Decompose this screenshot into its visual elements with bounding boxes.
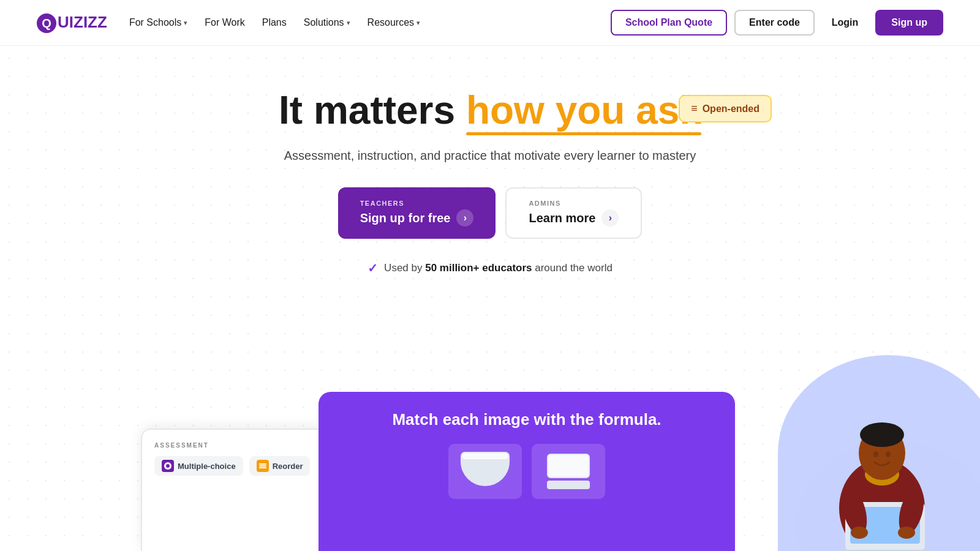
list-icon: ≡ [691,102,698,115]
chevron-down-icon: ▾ [184,19,187,27]
teachers-cta-label: TEACHERS [360,200,474,207]
bottom-section: ASSESSMENT Multiple-choice [0,343,980,551]
nav-link-resources[interactable]: Resources ▾ [368,17,420,28]
svg-rect-2 [259,463,266,465]
navigation: QUIZIZZ For Schools ▾ For Work Plans [0,0,980,46]
nav-item-work[interactable]: For Work [205,17,244,28]
checkmark-icon: ✓ [368,261,378,276]
social-proof-bold: 50 million+ educators [425,262,532,274]
hero-subtitle: Assessment, instruction, and practice th… [0,149,980,163]
quiz-image-1 [448,444,522,499]
login-button[interactable]: Login [822,11,869,34]
teachers-cta-button[interactable]: TEACHERS Sign up for free › [338,187,496,239]
nav-label-solutions: Solutions [304,17,344,28]
chevron-down-icon-solutions: ▾ [347,19,350,27]
svg-rect-3 [259,465,266,467]
social-proof-suffix: around the world [532,262,612,274]
nav-label-work: For Work [205,17,244,28]
quiz-images [343,444,710,499]
social-proof-text: Used by 50 million+ educators around the… [384,262,612,274]
hero-title-part1: It matters [279,88,466,132]
social-proof-prefix: Used by [384,262,425,274]
nav-label-resources: Resources [368,17,414,28]
signup-button[interactable]: Sign up [875,10,943,36]
reorder-icon [257,460,269,472]
logo-icon: Q [37,13,56,33]
chevron-down-icon-resources: ▾ [417,19,420,27]
hero-section: It matters how you ask Assessment, instr… [0,46,980,276]
tag-mc-label: Multiple-choice [178,462,236,471]
person-illustration [760,355,980,551]
enter-code-button[interactable]: Enter code [734,10,815,36]
admins-cta-text: Learn more [529,211,595,225]
quiz-card: Match each image with the formula. [318,392,735,551]
nav-item-resources[interactable]: Resources ▾ [368,17,420,28]
svg-point-1 [166,464,170,468]
tag-reorder: Reorder [249,456,311,476]
tag-multiple-choice: Multiple-choice [154,456,243,476]
open-ended-badge: ≡ Open-ended [679,95,772,122]
svg-point-18 [898,527,915,539]
social-proof: ✓ Used by 50 million+ educators around t… [0,261,980,276]
teachers-cta-main: Sign up for free › [360,209,474,227]
nav-item-plans[interactable]: Plans [262,17,287,28]
nav-label-schools: For Schools [129,17,181,28]
nav-right: School Plan Quote Enter code Login Sign … [611,10,943,36]
nav-link-schools[interactable]: For Schools ▾ [129,17,187,28]
logo-text: QUIZIZZ [37,13,107,33]
admins-cta-label: ADMINS [529,200,619,207]
hero-title-highlight: how you ask [466,89,701,132]
admins-cta-main: Learn more › [529,209,619,227]
tag-reorder-label: Reorder [273,462,303,471]
svg-point-11 [886,451,891,457]
svg-point-9 [860,422,904,447]
logo[interactable]: QUIZIZZ [37,13,107,33]
school-plan-quote-button[interactable]: School Plan Quote [611,10,727,36]
teachers-cta-arrow-icon: › [456,209,473,227]
svg-point-10 [873,451,878,457]
quiz-card-title: Match each image with the formula. [343,410,710,429]
multiple-choice-icon [162,460,174,472]
admins-cta-button[interactable]: ADMINS Learn more › [505,187,642,239]
svg-point-17 [851,527,868,539]
teachers-cta-text: Sign up for free [360,211,451,225]
nav-label-plans: Plans [262,17,287,28]
nav-menu: For Schools ▾ For Work Plans Solutions ▾ [129,17,420,28]
quiz-image-2 [532,444,605,499]
person-area [747,343,980,551]
open-ended-label: Open-ended [703,103,760,114]
nav-item-schools[interactable]: For Schools ▾ [129,17,187,28]
hero-title: It matters how you ask [0,89,980,132]
nav-item-solutions[interactable]: Solutions ▾ [304,17,350,28]
cta-group: TEACHERS Sign up for free › ADMINS Learn… [0,187,980,239]
nav-link-plans[interactable]: Plans [262,17,287,28]
nav-left: QUIZIZZ For Schools ▾ For Work Plans [37,13,420,33]
svg-rect-4 [259,467,266,468]
nav-link-work[interactable]: For Work [205,17,244,28]
nav-link-solutions[interactable]: Solutions ▾ [304,17,350,28]
admins-cta-arrow-icon: › [601,209,619,227]
